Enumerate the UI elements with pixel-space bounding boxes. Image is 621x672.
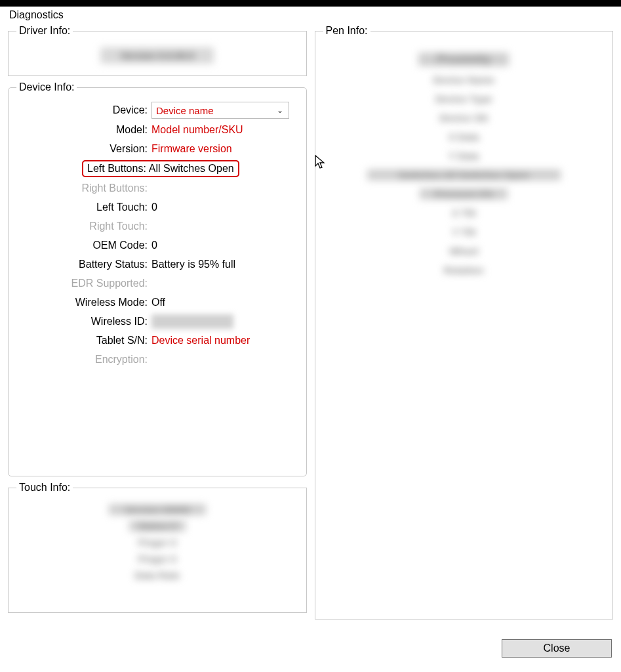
- row-edr: EDR Supported:: [14, 276, 301, 291]
- label-encryption: Encryption:: [14, 354, 151, 366]
- left-buttons-highlight: Left Buttons: All Switches Open: [82, 160, 239, 177]
- pen-info-group: Pen Info: Proximity Device Name Device T…: [315, 25, 614, 620]
- label-wireless-id: Wireless ID:: [14, 316, 151, 327]
- touch-info-legend: Touch Info:: [16, 482, 73, 494]
- row-right-touch: Right Touch:: [14, 219, 301, 234]
- row-device: Device: Device name ⌄: [14, 102, 301, 119]
- row-oem-code: OEM Code: 0: [14, 238, 301, 253]
- row-right-buttons: Right Buttons:: [14, 180, 301, 196]
- value-wireless-mode: Off: [151, 297, 165, 308]
- device-select[interactable]: Device name ⌄: [151, 102, 289, 119]
- close-button[interactable]: Close: [502, 639, 612, 658]
- label-right-buttons: Right Buttons:: [14, 182, 151, 194]
- touch-info-group: Touch Info: Version 00000 Status 0 Finge…: [8, 482, 307, 613]
- dialog-content: Driver Info: Version 0.0.00.0 Device Inf…: [0, 25, 621, 633]
- driver-info-group: Driver Info: Version 0.0.00.0: [8, 25, 307, 76]
- touch-info-content: Version 00000 Status 0 Finger 0 Finger 0…: [14, 499, 301, 586]
- label-tablet-sn: Tablet S/N:: [14, 335, 151, 346]
- row-version: Version: Firmware version: [14, 141, 301, 157]
- window-title: Diagnostics: [0, 7, 621, 25]
- value-left-touch: 0: [151, 201, 157, 213]
- label-device: Device:: [14, 104, 151, 116]
- pen-info-content: Proximity Device Name Device Type Device…: [321, 42, 608, 286]
- label-model: Model:: [14, 124, 151, 136]
- top-black-bar: [0, 0, 621, 7]
- value-wireless-id: [151, 314, 233, 329]
- label-version: Version:: [14, 143, 151, 155]
- label-edr: EDR Supported:: [14, 278, 151, 289]
- label-left-buttons: Left Buttons:: [87, 163, 149, 175]
- value-oem-code: 0: [151, 240, 157, 251]
- value-version: Firmware version: [151, 143, 232, 155]
- value-tablet-sn: Device serial number: [151, 335, 250, 346]
- label-wireless-mode: Wireless Mode:: [14, 297, 151, 308]
- device-select-value: Device name: [156, 105, 214, 116]
- row-tablet-sn: Tablet S/N: Device serial number: [14, 333, 301, 348]
- row-left-buttons: Left Buttons: All Switches Open: [14, 160, 301, 177]
- label-right-touch: Right Touch:: [14, 220, 151, 232]
- label-oem-code: OEM Code:: [14, 240, 151, 251]
- driver-info-legend: Driver Info:: [16, 25, 73, 37]
- pen-info-legend: Pen Info:: [323, 25, 371, 37]
- value-battery-status: Battery is 95% full: [151, 259, 235, 270]
- label-battery-status: Battery Status:: [14, 259, 151, 270]
- label-left-touch: Left Touch:: [14, 201, 151, 213]
- row-encryption: Encryption:: [14, 352, 301, 368]
- driver-info-content: Version 0.0.00.0: [14, 42, 301, 68]
- device-info-group: Device Info: Device: Device name ⌄ Model…: [8, 81, 307, 476]
- value-left-buttons: All Switches Open: [149, 163, 234, 175]
- device-info-legend: Device Info:: [16, 81, 77, 93]
- row-wireless-mode: Wireless Mode: Off: [14, 295, 301, 310]
- row-left-touch: Left Touch: 0: [14, 200, 301, 215]
- chevron-down-icon: ⌄: [277, 106, 283, 115]
- row-model: Model: Model number/SKU: [14, 122, 301, 138]
- value-model: Model number/SKU: [151, 124, 243, 136]
- dialog-footer: Close: [0, 633, 621, 664]
- row-battery-status: Battery Status: Battery is 95% full: [14, 257, 301, 272]
- row-wireless-id: Wireless ID:: [14, 314, 301, 329]
